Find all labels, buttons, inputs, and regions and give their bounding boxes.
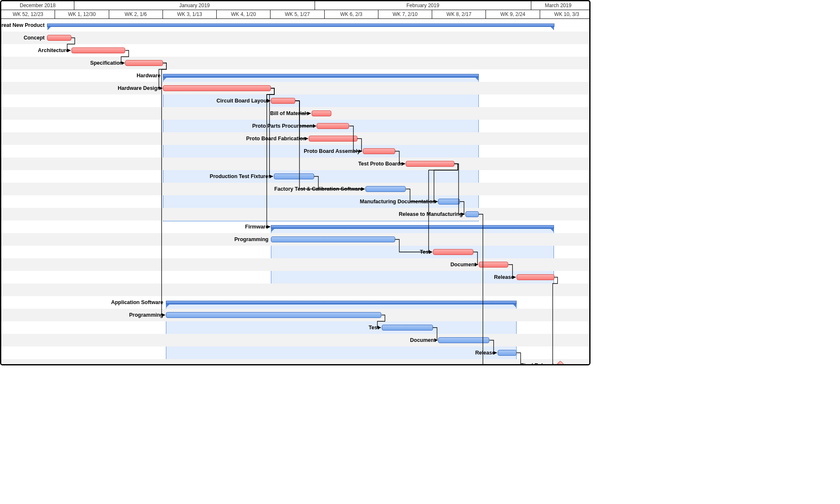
task-bar[interactable] bbox=[163, 85, 271, 91]
task-bar[interactable] bbox=[382, 325, 433, 331]
task-label: Final Release bbox=[521, 362, 557, 365]
week-cell: WK 2, 1/6 bbox=[109, 10, 163, 18]
task-label: Hardware Design bbox=[118, 85, 163, 91]
task-label: Specification bbox=[90, 60, 126, 66]
gantt-row: Test bbox=[1, 246, 589, 258]
gantt-row: Concept bbox=[1, 32, 589, 44]
task-label: Programming bbox=[129, 312, 165, 318]
task-bar[interactable] bbox=[365, 186, 406, 192]
timeline-months: December 2018January 2019February 2019Ma… bbox=[1, 1, 589, 10]
summary-bar[interactable] bbox=[163, 74, 478, 77]
task-label: Document bbox=[451, 262, 479, 268]
summary-bar[interactable] bbox=[166, 301, 517, 304]
gantt-row: Release to Manufacturing bbox=[1, 208, 589, 220]
task-label: Test Proto Boards bbox=[358, 161, 406, 167]
week-cell: WK 10, 3/3 bbox=[540, 10, 591, 18]
week-cell: WK 3, 1/13 bbox=[163, 10, 217, 18]
week-cell: WK 5, 1/27 bbox=[270, 10, 324, 18]
gantt-frame: December 2018January 2019February 2019Ma… bbox=[0, 0, 591, 365]
gantt-row: Proto Parts Procurement bbox=[1, 120, 589, 132]
task-bar[interactable] bbox=[271, 98, 295, 104]
gantt-row: Application Software bbox=[1, 296, 589, 309]
task-label: Proto Parts Procurement bbox=[252, 123, 317, 129]
task-label: Firmware bbox=[245, 224, 271, 230]
task-label: Test bbox=[420, 249, 433, 255]
gantt-row bbox=[1, 284, 589, 296]
task-bar[interactable] bbox=[71, 47, 125, 53]
task-label: Circuit Board Layout bbox=[217, 98, 271, 104]
chart-body: Your Great New ProductConceptArchitectur… bbox=[1, 19, 589, 365]
task-bar[interactable] bbox=[47, 35, 71, 41]
task-label: Programming bbox=[234, 236, 271, 242]
gantt-row: Test bbox=[1, 321, 589, 334]
task-label: Release to Manufacturing bbox=[399, 211, 465, 217]
task-label: Factory Test & Calibration Software bbox=[274, 186, 365, 192]
task-bar[interactable] bbox=[317, 123, 349, 129]
timeline-weeks: WK 52, 12/23WK 1, 12/30WK 2, 1/6WK 3, 1/… bbox=[1, 10, 589, 19]
task-label: Proto Board Fabrication bbox=[246, 136, 309, 142]
week-cell: WK 1, 12/30 bbox=[55, 10, 109, 18]
gantt-row: Factory Test & Calibration Software bbox=[1, 183, 589, 195]
gantt-row: Bill of Materials bbox=[1, 107, 589, 120]
task-label: Hardware bbox=[136, 73, 163, 79]
gantt-row: Document bbox=[1, 258, 589, 271]
task-label: Proto Board Assembly bbox=[304, 148, 362, 154]
gantt-row: Programming bbox=[1, 233, 589, 246]
gantt-row: Manufacturing Documentation bbox=[1, 195, 589, 208]
gantt-row: Production Test Fixtures bbox=[1, 170, 589, 183]
task-label: Document bbox=[410, 337, 438, 343]
task-bar[interactable] bbox=[312, 110, 332, 116]
gantt-row: Release bbox=[1, 346, 589, 359]
month-cell: January 2019 bbox=[74, 1, 315, 10]
gantt-row: Hardware Design bbox=[1, 82, 589, 94]
task-label: Release bbox=[475, 350, 497, 356]
gantt-row: Release bbox=[1, 271, 589, 284]
task-label: Application Software bbox=[111, 299, 165, 305]
task-bar[interactable] bbox=[465, 211, 479, 217]
task-bar[interactable] bbox=[438, 337, 489, 343]
week-cell: WK 52, 12/23 bbox=[1, 10, 55, 18]
gantt-row: Circuit Board Layout bbox=[1, 94, 589, 107]
task-bar[interactable] bbox=[274, 173, 314, 179]
task-bar[interactable] bbox=[438, 199, 459, 205]
task-bar[interactable] bbox=[166, 312, 382, 318]
week-cell: WK 6, 2/3 bbox=[325, 10, 378, 18]
gantt-row: Programming bbox=[1, 309, 589, 321]
task-label: Test bbox=[369, 325, 382, 331]
task-label: Concept bbox=[24, 35, 47, 41]
task-bar[interactable] bbox=[271, 236, 395, 242]
task-bar[interactable] bbox=[498, 350, 517, 356]
gantt-row: Proto Board Assembly bbox=[1, 145, 589, 158]
gantt-row: Firmware bbox=[1, 220, 589, 233]
gantt-row: Your Great New Product bbox=[1, 19, 589, 32]
task-bar[interactable] bbox=[309, 136, 357, 142]
task-label: Manufacturing Documentation bbox=[360, 199, 438, 205]
task-label: Bill of Materials bbox=[270, 110, 311, 116]
task-bar[interactable] bbox=[433, 249, 473, 255]
task-bar[interactable] bbox=[406, 161, 454, 167]
task-label: Your Great New Product bbox=[0, 22, 47, 28]
week-cell: WK 9, 2/24 bbox=[486, 10, 540, 18]
task-bar[interactable] bbox=[517, 274, 554, 280]
gantt-row: Final Release bbox=[1, 359, 589, 365]
task-bar[interactable] bbox=[363, 148, 395, 154]
month-cell: March 2019 bbox=[531, 1, 585, 10]
gantt-row: Proto Board Fabrication bbox=[1, 132, 589, 145]
summary-bar[interactable] bbox=[47, 24, 554, 27]
summary-bar[interactable] bbox=[271, 225, 554, 228]
week-cell: WK 7, 2/10 bbox=[378, 10, 432, 18]
task-label: Release bbox=[494, 274, 516, 280]
gantt-row: Hardware bbox=[1, 69, 589, 82]
gantt-row: Specification bbox=[1, 57, 589, 69]
week-cell: WK 4, 1/20 bbox=[217, 10, 270, 18]
task-label: Architecture bbox=[38, 47, 71, 53]
month-cell: December 2018 bbox=[1, 1, 74, 10]
gantt-row: Architecture bbox=[1, 44, 589, 57]
task-bar[interactable] bbox=[125, 60, 163, 66]
task-label: Production Test Fixtures bbox=[210, 173, 273, 179]
task-bar[interactable] bbox=[479, 262, 509, 268]
month-cell: February 2019 bbox=[315, 1, 531, 10]
week-cell: WK 8, 2/17 bbox=[432, 10, 486, 18]
milestone-diamond[interactable] bbox=[556, 361, 565, 365]
gantt-row: Test Proto Boards bbox=[1, 158, 589, 170]
